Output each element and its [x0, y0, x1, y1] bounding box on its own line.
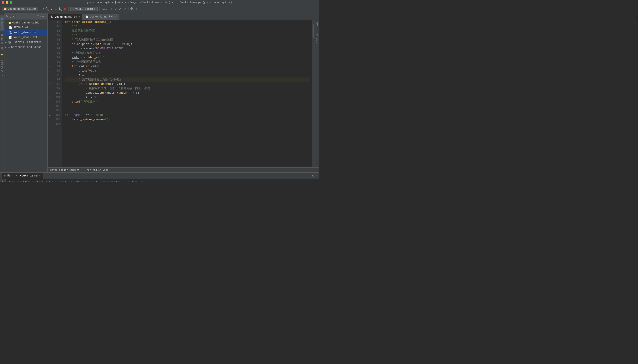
code-editor[interactable]: ▽ ▽ ▽ ▶ — [48, 20, 319, 168]
stop-icon[interactable]: ■ — [63, 7, 67, 11]
toolbar-separator — [69, 7, 69, 11]
run-again-icon[interactable]: ▶ — [2, 180, 4, 182]
tree-root[interactable]: ▾ 📁 youku_danmu_spide — [5, 20, 48, 25]
profile-icon[interactable]: ⏱ — [54, 7, 58, 11]
tree-ext-libraries[interactable]: ▶ 📚 External Libraries — [5, 40, 48, 45]
txt-file-icon: 📝 — [9, 36, 12, 39]
structure-side-tab[interactable]: ⭐ — [0, 52, 4, 58]
gutter-100 — [48, 91, 52, 95]
project-selector[interactable]: 📁 youku_danmu_spider — [2, 7, 38, 11]
fold-101: ▽ — [49, 96, 51, 99]
tree-txt-file[interactable]: 📝 youku_danmu.txt — [5, 35, 48, 40]
run-tab-close[interactable]: × — [39, 174, 41, 177]
build-icon[interactable]: 🔨 — [46, 7, 49, 11]
tree-root-label: youku_danmu_spide — [12, 21, 39, 24]
txt-file-label: youku_danmu.txt — [14, 36, 38, 39]
tab-youku-danmu-py[interactable]: 🐍 youku_danmu.py × — [48, 14, 83, 20]
code-line-104 — [65, 108, 310, 113]
py-tab-icon: 🐍 — [50, 16, 53, 18]
code-line-100: time.sleep(random.random() * 5) — [65, 91, 310, 95]
git-history-icon[interactable]: ◷ — [119, 7, 122, 11]
run-config-label: youku_danmu — [75, 8, 93, 11]
gutter-99 — [48, 86, 52, 91]
close-button[interactable] — [2, 1, 5, 4]
minimize-button[interactable] — [6, 1, 9, 4]
settings-bottom-icon[interactable]: ⚙ — [312, 174, 314, 178]
txt-tab-close[interactable]: × — [115, 16, 117, 18]
gutter-95 — [48, 69, 52, 73]
gutter-98: ▽ — [48, 82, 52, 86]
py-file-icon: 🐍 — [9, 31, 12, 34]
gutter-87 — [48, 33, 52, 38]
gutter-89 — [48, 42, 52, 46]
line-numbers: 84 85 86 87 88 89 90 91 92 93 94 95 96 9… — [52, 20, 62, 168]
project-icon-3[interactable]: ⚙ — [42, 15, 44, 18]
gutter-94: ▽ — [48, 64, 52, 69]
project-title: Project — [6, 15, 16, 18]
project-icon-2[interactable]: ⬆ — [40, 15, 42, 18]
code-line-102: print('爬取完毕') — [65, 100, 310, 104]
code-content[interactable]: def batch_spider_comment(): """ 批量爬取某酷弹幕… — [62, 20, 312, 168]
gutter-97 — [48, 78, 52, 82]
project-icon-4[interactable]: × — [45, 15, 46, 18]
toolbar-sep-3 — [128, 7, 129, 11]
code-line-86: 批量爬取某酷弹幕 — [65, 29, 310, 33]
run-tab-icon: ▶ — [5, 174, 6, 177]
project-tree: ▾ 📁 youku_danmu_spide 📄 README.md 🐍 youk… — [5, 20, 48, 172]
git-revert-icon[interactable]: ↩ — [123, 7, 127, 11]
editor-tabs: 🐍 youku_danmu.py × 📄 youku_danmu.txt × — [48, 13, 319, 20]
run-icon-circle: ● — [16, 174, 18, 177]
readme-label: README.md — [14, 26, 28, 29]
run-config-dropdown[interactable]: ▶ youku_danmu ▾ — [71, 7, 98, 11]
maximize-button[interactable] — [10, 1, 13, 4]
gutter-106 — [48, 117, 52, 122]
tree-py-file[interactable]: 🐍 youku_danmu.py — [5, 30, 48, 35]
project-tab[interactable]: 1: Project — [0, 14, 4, 32]
gutter-105: ▶ — [48, 113, 52, 117]
run-tab[interactable]: ▶ Run: ● youku_danmu × — [2, 173, 43, 179]
gutter-84 — [48, 20, 52, 24]
py-tab-close[interactable]: × — [79, 16, 80, 18]
database-tab[interactable]: Database — [315, 32, 319, 46]
sync-icon[interactable]: ↺ — [41, 7, 45, 11]
code-line-97: # 第二层循环遍历页数（分钟数） — [65, 78, 310, 82]
breadcrumb-loop[interactable]: for vid in vids — [87, 169, 109, 171]
tree-readme[interactable]: 📄 README.md — [5, 25, 48, 30]
gutter-90 — [48, 46, 52, 51]
search-everywhere-icon[interactable]: 🔍 — [130, 7, 134, 11]
left-side-panel: 1: Project 2: Favorites ⭐ 3: Structure — [0, 13, 5, 172]
txt-tab-icon: 📄 — [85, 16, 88, 18]
code-line-98: while spider_danmu(i, vid): — [65, 82, 310, 86]
toolbar-separator-2 — [100, 7, 100, 11]
ext-lib-label: External Libraries — [13, 41, 42, 44]
tab-youku-danmu-txt[interactable]: 📄 youku_danmu.txt × — [83, 14, 119, 20]
favorites-tab[interactable]: 2: Favorites — [0, 32, 4, 51]
txt-tab-label: youku_danmu.txt — [90, 15, 114, 18]
editor-scrollbar[interactable] — [312, 20, 315, 168]
minimize-bottom-icon[interactable]: − — [315, 174, 317, 178]
scratches-icon: ✏ — [8, 46, 10, 49]
readme-icon: 📄 — [9, 26, 12, 30]
coverage-icon[interactable]: ☁ — [50, 7, 53, 11]
debug-icon[interactable]: 🐛 — [59, 7, 62, 11]
tree-scratches[interactable]: ▶ ✏ Scratches and Conso — [5, 45, 48, 50]
gutter-88 — [48, 38, 52, 42]
bottom-actions: ⚙ − — [312, 174, 317, 178]
code-line-92: vids = spider_vid() — [65, 55, 310, 60]
settings-icon[interactable]: ⚙ — [135, 7, 138, 11]
scratches-label: Scratches and Conso — [11, 46, 42, 49]
structure-tab-label[interactable]: 3: Structure — [0, 58, 4, 78]
py-file-label: youku_danmu.py — [14, 31, 36, 34]
code-line-88: # 写入数据前先清空之前的数据 — [65, 38, 310, 42]
toolbar: 📁 youku_danmu_spider ↺ 🔨 ☁ ⏱ 🐛 ■ ▶ youku… — [0, 5, 319, 13]
code-line-85: """ — [65, 24, 310, 29]
fold-98: ▽ — [49, 83, 51, 86]
dropdown-arrow: ▾ — [94, 7, 95, 11]
project-icon-1[interactable]: ☰ — [37, 15, 39, 18]
scv-tab[interactable]: SCV — [315, 20, 319, 28]
git-push-icon[interactable]: ✓ — [114, 7, 118, 11]
git-update-icon[interactable]: ↓ — [110, 7, 113, 11]
breadcrumb-function[interactable]: batch_spider_comment() — [50, 169, 83, 171]
gutter-93 — [48, 60, 52, 64]
scrollbar-thumb — [313, 24, 314, 38]
